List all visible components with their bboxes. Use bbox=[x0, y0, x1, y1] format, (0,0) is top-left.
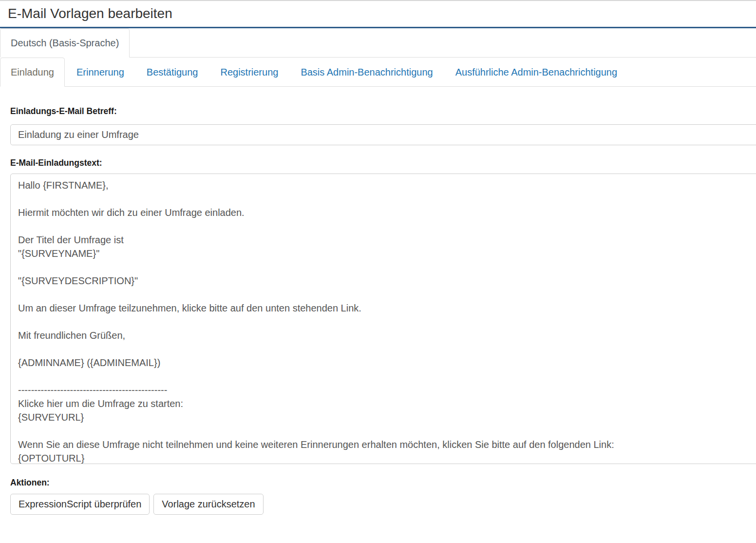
actions-row: ExpressionScript überprüfen Vorlage zurü… bbox=[10, 494, 756, 515]
tab-bestaetigung[interactable]: Bestätigung bbox=[136, 58, 209, 87]
subject-input[interactable] bbox=[10, 124, 756, 145]
tab-basis-admin-benachrichtigung-label[interactable]: Basis Admin-Benachrichtigung bbox=[290, 58, 443, 87]
page-title: E-Mail Vorlagen bearbeiten bbox=[8, 5, 756, 22]
language-tab-deutsch[interactable]: Deutsch (Basis-Sprache) bbox=[0, 28, 130, 58]
body-textarea[interactable]: Hallo {FIRSTNAME}, Hiermit möchten wir d… bbox=[10, 174, 756, 464]
actions-label: Aktionen: bbox=[10, 477, 756, 488]
tab-erinnerung-label[interactable]: Erinnerung bbox=[66, 58, 135, 87]
tab-einladung[interactable]: Einladung bbox=[0, 58, 65, 87]
tab-ausfuehrliche-admin-benachrichtigung[interactable]: Ausführliche Admin-Benachrichtigung bbox=[445, 58, 628, 87]
subject-label: Einladungs-E-Mail Betreff: bbox=[10, 106, 756, 116]
expressionscript-check-button[interactable]: ExpressionScript überprüfen bbox=[10, 494, 150, 515]
tab-basis-admin-benachrichtigung[interactable]: Basis Admin-Benachrichtigung bbox=[290, 58, 443, 87]
language-tabs: Deutsch (Basis-Sprache) bbox=[0, 28, 756, 58]
tab-ausfuehrliche-admin-benachrichtigung-label[interactable]: Ausführliche Admin-Benachrichtigung bbox=[445, 58, 628, 87]
template-form: Einladungs-E-Mail Betreff: E-Mail-Einlad… bbox=[0, 87, 756, 515]
language-tab-deutsch-label: Deutsch (Basis-Sprache) bbox=[0, 28, 130, 58]
template-tabs: Einladung Erinnerung Bestätigung Registr… bbox=[0, 58, 756, 87]
tab-registrierung-label[interactable]: Registrierung bbox=[209, 58, 289, 87]
reset-template-button[interactable]: Vorlage zurücksetzen bbox=[153, 494, 263, 515]
tab-registrierung[interactable]: Registrierung bbox=[209, 58, 289, 87]
body-label: E-Mail-Einladungstext: bbox=[10, 157, 756, 168]
tab-erinnerung[interactable]: Erinnerung bbox=[66, 58, 135, 87]
tab-bestaetigung-label[interactable]: Bestätigung bbox=[136, 58, 209, 87]
tab-einladung-label: Einladung bbox=[0, 58, 65, 87]
